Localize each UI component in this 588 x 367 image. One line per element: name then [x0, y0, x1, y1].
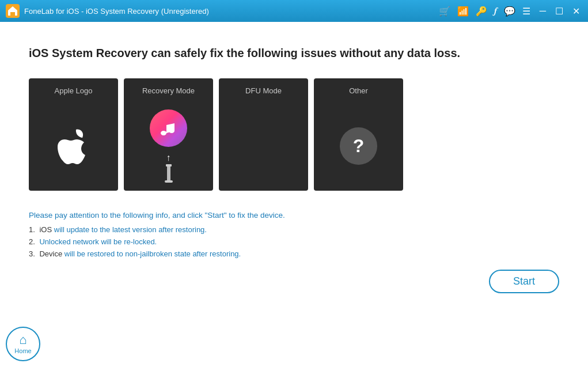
- wifi-icon[interactable]: 📶: [457, 6, 469, 17]
- other-label: Other: [349, 86, 368, 96]
- bottom-nav: ⌂ Home: [6, 327, 40, 361]
- info-item-2-num: 2.: [29, 237, 35, 246]
- question-circle-icon: ?: [340, 127, 377, 165]
- home-icon: ⌂: [19, 334, 26, 346]
- info-item-1-text: iOS will update to the latest version af…: [39, 225, 207, 234]
- info-section: Please pay attention to the following in…: [29, 211, 559, 293]
- info-item-1: 1. iOS will update to the latest version…: [29, 225, 559, 234]
- apple-logo-label: Apple Logo: [55, 86, 93, 96]
- home-button[interactable]: ⌂ Home: [6, 327, 40, 361]
- other-icon-area: ?: [340, 108, 377, 185]
- headline-text: iOS System Recovery can safely fix the f…: [29, 45, 559, 61]
- info-item-3: 3. Device will be restored to non-jailbr…: [29, 249, 559, 258]
- window-title: FoneLab for iOS - iOS System Recovery (U…: [24, 7, 439, 16]
- info-item-1-num: 1.: [29, 225, 35, 234]
- music-note-icon: [158, 118, 179, 139]
- start-button-wrapper: Start: [29, 270, 559, 293]
- start-button[interactable]: Start: [489, 270, 559, 293]
- recovery-mode-label: Recovery Mode: [142, 86, 195, 96]
- cable-body: [164, 164, 173, 183]
- chat-icon[interactable]: 💬: [504, 6, 515, 17]
- info-item-3-num: 3.: [29, 249, 35, 258]
- dfu-icon: [246, 129, 281, 164]
- key-icon[interactable]: 🔑: [476, 6, 487, 17]
- dfu-mode-card[interactable]: DFU Mode: [219, 78, 308, 191]
- cable-arrow: ↑: [166, 153, 171, 163]
- app-logo: [6, 4, 20, 18]
- cable-icon: ↑: [164, 153, 173, 183]
- apple-logo-card[interactable]: Apple Logo: [29, 78, 118, 191]
- main-container: iOS System Recovery can safely fix the f…: [0, 22, 588, 367]
- cable-middle: [167, 167, 170, 180]
- svg-rect-1: [246, 129, 281, 164]
- home-label: Home: [14, 347, 31, 354]
- recovery-mode-icon-area: ↑: [150, 108, 187, 185]
- close-button[interactable]: ✕: [570, 6, 582, 17]
- menu-icon[interactable]: ☰: [522, 6, 530, 17]
- content-area: iOS System Recovery can safely fix the f…: [0, 22, 588, 367]
- apple-logo-icon: [56, 126, 91, 167]
- other-card[interactable]: Other ?: [314, 78, 403, 191]
- info-list: 1. iOS will update to the latest version…: [29, 225, 559, 258]
- question-mark: ?: [353, 135, 365, 157]
- titlebar: FoneLab for iOS - iOS System Recovery (U…: [0, 0, 588, 22]
- minimize-button[interactable]: ─: [537, 6, 548, 16]
- info-item-3-text: Device will be restored to non-jailbroke…: [39, 249, 241, 258]
- facebook-icon[interactable]: 𝒇: [494, 6, 497, 16]
- window-controls: ─ ☐ ✕: [537, 6, 582, 17]
- cable-bottom: [165, 180, 173, 183]
- dfu-mode-label: DFU Mode: [245, 86, 282, 96]
- cart-icon[interactable]: 🛒: [439, 6, 450, 17]
- apple-logo-icon-area: [56, 108, 91, 185]
- restore-button[interactable]: ☐: [553, 6, 566, 17]
- info-item-2: 2. Unlocked network will be re-locked.: [29, 237, 559, 246]
- itunes-icon: [150, 109, 187, 147]
- toolbar-icons: 🛒 📶 🔑 𝒇 💬 ☰: [439, 6, 530, 17]
- info-header: Please pay attention to the following in…: [29, 211, 559, 220]
- info-item-2-text: Unlocked network will be re-locked.: [39, 237, 157, 246]
- content-wrapper: iOS System Recovery can safely fix the f…: [0, 22, 588, 367]
- mode-cards-row: Apple Logo Recovery Mode: [29, 78, 559, 191]
- recovery-mode-card[interactable]: Recovery Mode ↑: [124, 78, 213, 191]
- dfu-mode-icon-area: [246, 108, 281, 185]
